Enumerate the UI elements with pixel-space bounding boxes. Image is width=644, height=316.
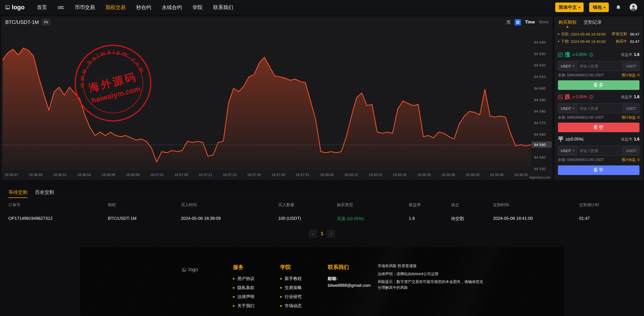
flat-amount-group: USDT ▾ USDT (558, 146, 639, 156)
tab-buy-option[interactable]: 购买期权 (558, 19, 577, 25)
fall-amount-group: USDT ▾ USDT (558, 103, 639, 113)
svg-text:18:36:47: 18:36:47 (5, 173, 18, 177)
svg-text:18:38:48: 18:38:48 (490, 173, 504, 177)
fall-currency-select[interactable]: USDT ▾ (558, 103, 577, 113)
pagination: ‹ 1 › (0, 230, 644, 237)
footer-column-title: 联系我们 (328, 264, 371, 271)
rise-section: 涨 ≥ 0.05% 收益率1.6 USDT ▾ USDT (558, 48, 639, 90)
cell-delivery-time: 2024-05-06 18:41:00 (493, 216, 579, 221)
account-avatar[interactable] (628, 3, 639, 12)
info-icon (589, 95, 593, 99)
footer-column-contact: 联系我们 邮箱: bitwell888@gmail.com (328, 264, 371, 290)
grid-icon (516, 21, 519, 24)
sell-short-button[interactable]: 看空 (558, 123, 639, 132)
buy-long-button[interactable]: 看多 (558, 80, 639, 90)
nav-item-perpetual-contract[interactable]: 永续合约 (156, 0, 187, 15)
fall-section: 跌 ≥ 0.05% 收益率1.6 USDT ▾ USDT (558, 90, 639, 132)
footer-link-beginner-tutorial[interactable]: ▶ 新手教程 (280, 276, 302, 282)
flat-currency-select[interactable]: USDT ▾ (558, 146, 577, 155)
footer-column-title: 学院 (280, 264, 302, 271)
next-page-button[interactable]: › (327, 230, 335, 237)
footer-column-title: 服务 (233, 264, 254, 271)
fall-condition: ≥ 0.05% (572, 95, 587, 99)
nav-item-spot-trade[interactable]: 币币交易 (69, 0, 100, 15)
chevron-down-icon: ▾ (573, 64, 574, 68)
arrow-right-icon: ▶ (280, 295, 282, 298)
logo[interactable]: logo (5, 4, 25, 11)
tab-history-delivery[interactable]: 历史交割 (35, 187, 54, 198)
highcharts-credit[interactable]: Highcharts.com (529, 176, 550, 179)
chart-symbol: BTC/USDT-1M (5, 19, 39, 25)
arrow-right-icon: ▶ (233, 277, 235, 280)
dot (558, 33, 559, 35)
logo-image-icon (5, 5, 10, 10)
footer-link-privacy[interactable]: ▶ 隐私条款 (233, 285, 254, 291)
rate-value: 1.6 (634, 95, 639, 99)
footer-link-about[interactable]: ▶ 关于我们 (233, 303, 254, 309)
svg-text:18:38:28: 18:38:28 (393, 173, 407, 177)
indicator-button[interactable] (515, 19, 521, 25)
logo-text: logo (12, 4, 25, 11)
tab-waiting-delivery[interactable]: 等待交割 (8, 187, 27, 198)
svg-text:18:36:59: 18:36:59 (126, 173, 140, 177)
flat-condition: ≥|±0.05%| (566, 137, 583, 142)
theme-toggle[interactable]: 黑 (506, 19, 511, 25)
flat-amount-input[interactable] (577, 146, 623, 155)
rise-amount-input[interactable] (577, 61, 623, 71)
cell-rate: 1.6 (409, 216, 451, 221)
cell-option: BTC/USDT-1M (108, 216, 181, 221)
trend-down-icon (558, 95, 563, 99)
flat-button[interactable]: 看平 (558, 165, 639, 175)
wallet-button[interactable]: 钱包 ▾ (589, 3, 609, 12)
chart-controls: 黑 Time More (506, 19, 549, 25)
trade-panel: 购买期权 交割记录 当前: 2024-05-06 18:39:00 即将交割 0… (554, 16, 643, 180)
buying-countdown: 01:47 (630, 39, 639, 44)
rise-amount-suffix: USDT (623, 61, 639, 71)
fall-amount-input[interactable] (577, 103, 623, 113)
chart-header: BTC/USDT-1M 黑 Time More (1, 16, 553, 28)
rise-label: 涨 (565, 51, 570, 58)
prev-page-button[interactable]: ‹ (309, 230, 317, 237)
logo-image-icon (182, 267, 186, 272)
arrow-right-icon: ▶ (233, 286, 235, 289)
language-button[interactable]: 简体中文 ▾ (555, 3, 584, 12)
cell-order-id: OP1714991949627312 (8, 216, 108, 221)
cell-buy-type: 买涨 (≥0.05%) (337, 216, 409, 222)
balance-text: 余额: 93663585812.06 USDT (558, 73, 604, 78)
nav-item-seconds-contract[interactable]: 秒合约 (131, 0, 156, 15)
flat-amount-suffix: USDT (623, 146, 639, 155)
tab-delivery-record[interactable]: 交割记录 (584, 19, 602, 25)
rate-label: 收益率1.6 (621, 137, 639, 142)
nav-item-contact-us[interactable]: 联系我们 (208, 0, 238, 15)
svg-text:64 530: 64 530 (534, 167, 546, 171)
more-intervals-button[interactable]: More (539, 20, 549, 25)
footer-link-user-agreement[interactable]: ▶ 用户协议 (233, 276, 254, 282)
nav-item-academy[interactable]: 学院 (187, 0, 208, 15)
candlestick-toggle-button[interactable] (42, 19, 50, 25)
footer-link-trading-strategy[interactable]: ▶ 交易策略 (280, 285, 302, 291)
footer-logo: logo (182, 267, 198, 272)
language-label: 简体中文 (559, 4, 577, 10)
rise-currency-select[interactable]: USDT ▾ (558, 61, 577, 71)
svg-text:64 600: 64 600 (534, 86, 546, 90)
arrow-right-icon: ▶ (233, 295, 235, 298)
interval-tab-time[interactable]: Time (525, 20, 535, 25)
nav-item-options-trade[interactable]: 期权交易 (100, 0, 131, 15)
footer-link-industry-research[interactable]: ▶ 行业研究 (280, 294, 302, 300)
cell-status: 待交割 (451, 216, 493, 222)
svg-text:18:38:35: 18:38:35 (417, 173, 431, 177)
nav-item-home[interactable]: 首页 (32, 0, 52, 15)
footer-link-legal[interactable]: ▶ 法律声明 (233, 294, 254, 300)
footer-link-market-news[interactable]: ▶ 市场动态 (280, 303, 302, 309)
trend-up-icon (558, 52, 563, 57)
buying-label: 购买中 (616, 39, 627, 44)
expected-profit: 预计收益: 0 (621, 158, 639, 162)
nav-item-otc[interactable]: otc (52, 0, 70, 15)
notifications-button[interactable] (614, 4, 622, 10)
arrow-right-icon: ▶ (280, 304, 282, 307)
orders-table-header: 订单号期权 买入时间买入数量 购买类型收益率 状态交割时间 交割倒计时 (0, 198, 644, 212)
next-period-row: 下期: 2024-05-06 18:40:00 购买中 01:47 (558, 38, 639, 45)
svg-text:64 560: 64 560 (534, 132, 546, 136)
svg-text:18:37:09: 18:37:09 (174, 173, 188, 177)
footer-disclaimer: 市场有风险 投资需谨慎 法律声明：该网站由BitWell公司运营 风险提示：数字… (378, 263, 483, 293)
